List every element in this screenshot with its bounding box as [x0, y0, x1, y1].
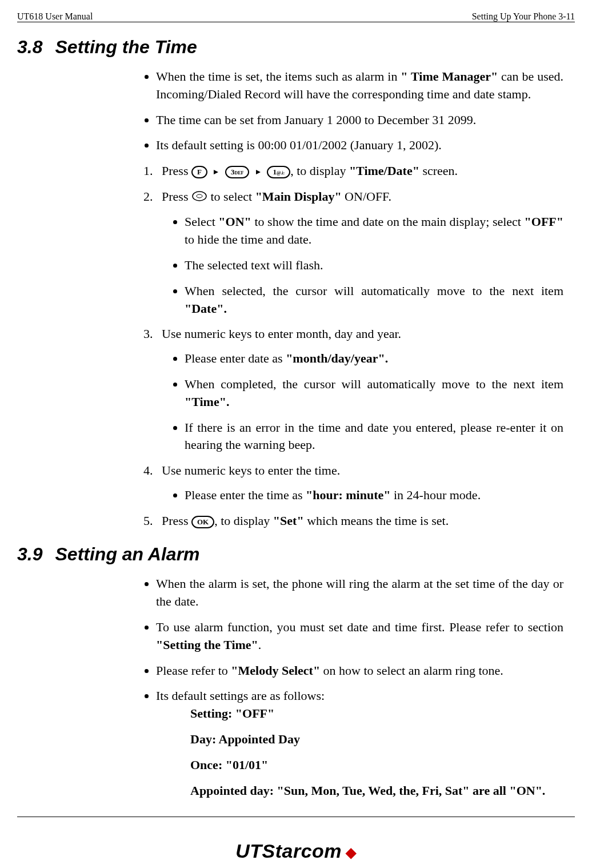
one-key-icon: 1@.i: [267, 166, 290, 178]
f-key-icon: F [191, 166, 207, 178]
footer-divider [17, 817, 575, 817]
default-once: Once: "01/01" [190, 756, 563, 774]
sub-bullet-item: Please enter date as "month/day/year". [185, 350, 563, 368]
sub-bullet-item: Select "ON" to show the time and date on… [185, 213, 563, 249]
step-item: Press F 3DEF 1@.i:, to display "Time/Dat… [156, 162, 563, 180]
heading-3-9: 3.9Setting an Alarm [17, 544, 575, 565]
heading-3-9-number: 3.9 [17, 544, 42, 564]
step-item: Press OK, to display "Set" which means t… [156, 512, 563, 530]
svg-marker-1 [256, 170, 261, 174]
bullet-item: Its default setting is 00:00 01/01/2002 … [156, 137, 563, 154]
sub-bullet-item: When completed, the cursor will automati… [185, 376, 563, 411]
manual-title: UT618 User Manual [17, 11, 93, 22]
step-item: Press to select "Main Display" ON/OFF. S… [156, 188, 563, 317]
svg-marker-0 [214, 170, 218, 174]
bullet-item: To use alarm function, you must set date… [156, 619, 563, 654]
arrow-right-icon [255, 169, 262, 176]
bullet-item: When the time is set, the items such as … [156, 68, 563, 103]
logo-starcom: Starcom [262, 840, 342, 862]
logo-dot-icon: ◆ [342, 845, 357, 860]
heading-3-8-title: Setting the Time [55, 37, 197, 57]
svg-point-2 [193, 192, 206, 201]
heading-3-8-number: 3.8 [17, 37, 42, 57]
sub-bullet-item: If there is an error in the time and dat… [185, 419, 563, 455]
section-3-9-content: When the alarm is set, the phone will ri… [140, 575, 563, 799]
logo-ut: UT [235, 840, 262, 862]
page-header: UT618 User Manual Setting Up Your Phone … [17, 11, 575, 22]
nav-key-icon [191, 189, 207, 207]
arrow-right-icon [213, 169, 219, 176]
page-location: Setting Up Your Phone 3-11 [472, 11, 575, 22]
three-key-icon: 3DEF [225, 166, 250, 178]
section-3-8-content: When the time is set, the items such as … [140, 68, 563, 529]
default-day: Day: Appointed Day [190, 731, 563, 748]
bullet-item: When the alarm is set, the phone will ri… [156, 575, 563, 611]
sub-bullet-item: Please enter the time as "hour: minute" … [185, 487, 563, 504]
default-setting: Setting: "OFF" [190, 705, 563, 723]
sub-bullet-item: When selected, the cursor will automatic… [185, 282, 563, 318]
svg-point-3 [197, 194, 202, 198]
bullet-item: The time can be set from January 1 2000 … [156, 112, 563, 129]
bullet-item: Its default settings are as follows: Set… [156, 687, 563, 799]
heading-3-9-title: Setting an Alarm [55, 544, 199, 564]
heading-3-8: 3.8Setting the Time [17, 37, 575, 58]
default-appointed: Appointed day: "Sun, Mon, Tue, Wed, the,… [190, 782, 563, 800]
bullet-item: Please refer to "Melody Select" on how t… [156, 662, 563, 680]
footer-logo: UTStarcom ◆ [17, 840, 575, 862]
ok-key-icon: OK [191, 516, 214, 528]
step-item: Use numeric keys to enter month, day and… [156, 325, 563, 454]
step-item: Use numeric keys to enter the time. Plea… [156, 462, 563, 504]
sub-bullet-item: The selected text will flash. [185, 257, 563, 274]
